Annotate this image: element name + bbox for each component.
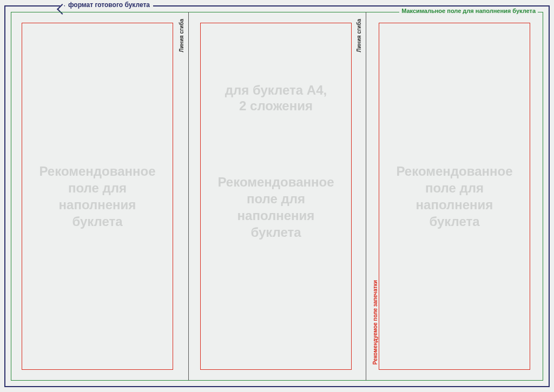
recommended-panel-1-text: Рекомендованное поле для наполнения букл…: [39, 163, 155, 230]
recommended-panel-3-text: Рекомендованное поле для наполнения букл…: [396, 163, 512, 230]
fold-line-1-label: Линия сгиба: [179, 19, 184, 52]
recommended-panel-1: Рекомендованное поле для наполнения букл…: [22, 23, 173, 370]
rec-line: буклета: [72, 214, 122, 229]
fold-line-2-label: Линия сгиба: [356, 19, 362, 52]
rec-line: Рекомендованное: [396, 164, 512, 178]
rec-line: буклета: [250, 225, 301, 240]
rec-line: буклета: [429, 214, 479, 229]
rec-line: наполнения: [238, 208, 315, 223]
rec-line: наполнения: [416, 197, 493, 212]
recommended-panel-2-text: Рекомендованное поле для наполнения букл…: [217, 174, 334, 241]
fold-line-1: [188, 12, 189, 381]
max-fill-label: Максимальное поле для наполнения буклета: [399, 8, 538, 14]
headline-line: для буклета А4,: [225, 83, 327, 97]
rec-line: поле для: [425, 181, 484, 195]
rec-line: наполнения: [59, 197, 136, 212]
panel-2-headline: для буклета А4, 2 сложения: [201, 83, 351, 114]
fold-line-2: [366, 12, 366, 381]
print-area-label: Рекомендуемое поле запечатки: [372, 280, 378, 365]
rec-line: Рекомендованное: [217, 175, 334, 189]
recommended-panel-2: для буклета А4, 2 сложения Рекомендованн…: [200, 23, 352, 370]
headline-line: 2 сложения: [239, 98, 313, 113]
booklet-format-label: формат готового буклета: [65, 1, 153, 9]
rec-line: поле для: [247, 191, 305, 206]
rec-line: Рекомендованное: [39, 164, 155, 178]
rec-line: поле для: [68, 181, 127, 195]
booklet-template-diagram: формат готового буклета Максимальное пол…: [0, 0, 554, 392]
recommended-panel-3: Рекомендованное поле для наполнения букл…: [379, 23, 530, 370]
